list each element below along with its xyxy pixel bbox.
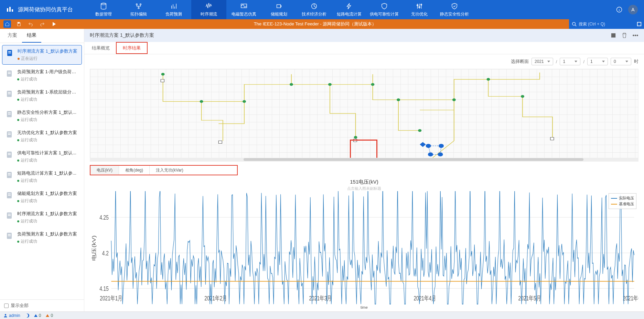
status-info-count[interactable]: 0 [34,313,41,318]
select-month[interactable]: 1 [560,58,580,65]
nav-sliders[interactable]: 无功优化 [402,0,437,19]
delete-icon[interactable] [621,32,627,38]
topology-scroll[interactable] [90,158,638,161]
nav-topo[interactable]: 拓扑编辑 [121,0,156,19]
svg-rect-29 [8,94,11,94]
search-box[interactable]: 搜索 (Ctrl + Q) [569,19,634,29]
svg-point-57 [243,100,246,103]
bars-icon [170,2,178,10]
chart-wrap: 151电压(kV) 点击输入图表副标题 4.154.24.25电压(kV)202… [84,175,644,311]
show-all-checkbox[interactable] [4,304,9,308]
plan-item[interactable]: 储能规划方案 1_默认参数方案运行成功 [2,188,82,207]
plan-item[interactable]: 负荷预测方案 1-系统层级分析...运行成功 [2,86,82,105]
svg-point-61 [397,98,400,101]
status-warn-count[interactable]: 0 [46,313,53,318]
toolbar-left [0,19,61,29]
svg-rect-47 [8,215,11,216]
brand-logo-icon [6,6,14,14]
nav-db[interactable]: 数据管理 [86,0,121,19]
svg-point-56 [200,100,203,103]
plan-item[interactable]: 短路电流计算方案 1_默认参...运行成功 [2,167,82,186]
svg-point-5 [140,3,141,5]
nav-bars[interactable]: 负荷预测 [156,0,191,19]
plan-item[interactable]: 时序潮流方案 1_默认参数方案运行成功 [2,208,82,227]
expand-icon[interactable] [634,19,644,29]
svg-point-63 [486,78,490,81]
plan-icon [6,151,14,159]
crumb-row: 时序潮流方案 1_默认参数方案 [84,29,644,42]
plan-icon [6,110,14,118]
svg-rect-2 [12,9,13,12]
svg-point-62 [452,98,456,101]
svg-rect-37 [8,153,11,154]
chart-legend: 实际电压基准电压 [609,193,636,209]
plan-item[interactable]: 负荷预测方案 1-用户级负荷预...运行成功 [2,66,82,85]
svg-rect-49 [8,234,11,235]
info-icon[interactable] [616,6,623,13]
select-day[interactable]: 1 [587,58,608,65]
select-year[interactable]: 2021 [532,58,553,65]
subtab-timeseries[interactable]: 时序结果 [116,42,148,54]
plan-icon [6,191,14,199]
metric-tab[interactable]: 相角(deg) [119,166,150,175]
svg-text:2021年2月: 2021年2月 [204,295,227,302]
svg-rect-9 [281,6,281,7]
svg-rect-31 [8,112,11,113]
scope-icon [240,2,248,10]
plan-icon [6,232,14,240]
stop-icon[interactable] [610,32,616,38]
section-bar: 选择断面 2021 / 1 / 1 0 时 [84,54,644,69]
home-icon[interactable] [3,20,11,28]
plan-item[interactable]: 无功优化方案 1_默认参数方案运行成功 [2,127,82,146]
svg-rect-28 [8,92,11,93]
plan-icon [6,49,14,57]
svg-text:2021年6月: 2021年6月 [623,295,638,302]
nav-modules: 数据管理拓扑编辑负荷预测时序潮流电磁暂态仿真储能规划技术经济分析短路电流计算供电… [86,0,610,19]
plan-item[interactable]: 负荷预测方案 1_默认参数方案运行成功 [2,228,82,247]
plan-item[interactable]: 静态安全性分析方案 1_默认...运行成功 [2,107,82,125]
undo-icon[interactable] [27,20,34,28]
tab-results[interactable]: 结果 [22,29,41,43]
crumb-actions [610,32,638,38]
tab-plans[interactable]: 方案 [3,29,22,43]
svg-point-18 [572,22,576,25]
nav-wave[interactable]: 时序潮流 [191,0,226,19]
redo-icon[interactable] [39,20,46,28]
nav-scope[interactable]: 电磁暂态仿真 [226,0,261,19]
topology-canvas[interactable] [90,69,638,162]
triangle-blue-icon [34,314,37,317]
nav-shield[interactable]: 供电可靠性计算 [367,0,402,19]
plan-item[interactable]: 时序潮流方案 1_默认参数方案正在运行 [2,45,82,65]
moon-icon [25,314,29,318]
status-user[interactable]: admin [3,313,20,318]
more-icon[interactable] [632,32,638,38]
svg-rect-32 [8,114,11,114]
select-hour[interactable]: 0 [611,58,631,65]
svg-rect-75 [550,138,554,140]
left-panel: 方案 结果 时序潮流方案 1_默认参数方案正在运行负荷预测方案 1-用户级负荷预… [0,29,84,311]
play-icon[interactable] [50,20,58,28]
header-right: A [610,5,644,14]
bolt-icon [345,2,353,10]
svg-point-66 [418,129,421,132]
show-all[interactable]: 显示全部 [0,299,84,311]
status-theme[interactable] [25,314,29,318]
svg-rect-23 [8,53,11,53]
plan-icon [6,130,14,139]
svg-text:4.15: 4.15 [99,285,109,293]
metric-tab[interactable]: 电压(kV) [90,166,119,175]
save-icon[interactable] [15,20,23,28]
avatar[interactable]: A [628,5,638,14]
nav-pie[interactable]: 技术经济分析 [297,0,332,19]
metric-tab[interactable]: 注入无功(kVar) [150,166,190,175]
subtab-overview[interactable]: 结果概览 [86,42,116,54]
nav-shield2[interactable]: 静态安全性分析 [437,0,472,19]
brand-title: 源网荷储协同仿真平台 [18,6,73,13]
plan-item[interactable]: 供电可靠性计算方案 1_默认...运行成功 [2,147,82,166]
nav-battery[interactable]: 储能规划 [261,0,297,19]
svg-point-3 [101,3,106,5]
chart-subtitle: 点击输入图表副标题 [90,186,638,191]
chart-area[interactable]: 4.154.24.25电压(kV)2021年1月2021年2月2021年3月20… [90,191,638,305]
svg-rect-38 [8,154,11,155]
nav-bolt[interactable]: 短路电流计算 [332,0,367,19]
